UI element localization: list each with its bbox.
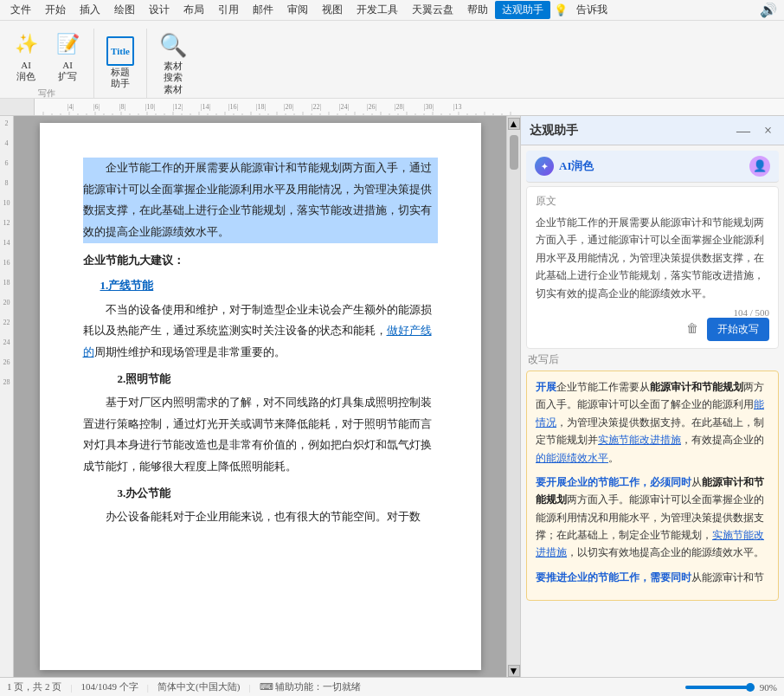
menu-view[interactable]: 视图 [315,1,350,19]
scrollbar-up[interactable]: ▲ [508,118,520,130]
paragraph-1: 不当的设备使用和维护，对于制造型企业未说会产生额外的能源损耗以及热能产生，通过系… [83,300,438,364]
material-search-button[interactable]: 🔍 素材 搜索 素材 [154,28,192,99]
char-count: 104 / 500 [733,307,769,318]
main-heading: 企业节能九大建议： [83,250,438,270]
ribbon-group-search: 🔍 素材 搜索 素材 [154,29,199,98]
menu-draw[interactable]: 绘图 [107,1,142,19]
paragraph-2: 基于对厂区内照明需求的了解，对不同线路的灯具集成照明控制装置进行策略控制，通过灯… [83,392,438,478]
original-text-block: 原文 企业节能工作的开展需要从能源审计和节能规划两方面入手，通过能源审计可以全面… [526,186,779,349]
search-icon: 🔍 [159,31,187,59]
svg-text:|10|: |10| [145,103,155,111]
menu-insert[interactable]: 插入 [73,1,107,19]
rewrite-para-1: 开展企业节能工作需要从能源审计和节能规划两方面入手。能源审计可以全面了解企业的能… [536,378,769,467]
rewrite-content[interactable]: 开展企业节能工作需要从能源审计和节能规划两方面入手。能源审计可以全面了解企业的能… [526,371,779,601]
language: 简体中文(中国大陆) [157,680,240,693]
ribbon: ✨ AI 润色 📝 AI 扩写 写作 Title 标题 助手 🔍 素材 搜索 素… [0,21,784,99]
rewrite-bold-5: 要推进企业的节能工作，需要同时 [536,571,691,583]
rewrite-underline-2: 实施节能改进措施 [598,434,681,446]
user-avatar[interactable]: 👤 [749,156,770,177]
zoom-fill [685,686,748,689]
panel-title: 达观助手 [530,123,578,139]
svg-text:|12|: |12| [173,103,183,111]
rewrite-bold-3: 要开展企业的节能工作，必须同时 [536,476,691,488]
panel-close-button[interactable]: × [761,121,775,140]
svg-text:|18|: |18| [256,103,266,111]
zoom-slider[interactable] [685,686,755,689]
scrollbar-thumb[interactable] [510,135,518,170]
rewrite-para-2: 要开展企业的节能工作，必须同时从能源审计和节能规划两方面入手。能源审计可以全面掌… [536,474,769,562]
doc-scroll-area[interactable]: 企业节能工作的开展需要从能源审计和节能规划两方面入手，通过能源审计可以全面掌握企… [14,116,506,677]
menu-review[interactable]: 审阅 [280,1,315,19]
subheading-2: 2.照明节能 [118,369,438,389]
ai-kuoxie-label: AI 扩写 [58,60,77,82]
rewrite-bold-1: 开展 [536,381,556,393]
side-panel: 达观助手 — × ✦ AI润色 👤 原文 企业节能工作的开展需要从能源审计和节能… [520,116,784,677]
menu-file[interactable]: 文件 [3,1,38,19]
ai-kuoxie-icon: 📝 [54,30,81,58]
original-label: 原文 [536,194,769,209]
ruler-corner [0,99,35,116]
ai-runse-icon: ✨ [12,30,40,58]
svg-text:|28|: |28| [395,103,404,111]
scrollbar-down[interactable]: ▼ [508,665,520,677]
zoom-level: 90% [760,682,777,693]
title-label: 标题 助手 [111,67,130,89]
menu-design[interactable]: 设计 [142,1,177,19]
svg-text:|13: |13 [453,103,462,111]
panel-controls: — × [733,121,775,140]
menu-daguan[interactable]: 达观助手 [495,1,550,19]
start-rewrite-button[interactable]: 开始改写 [707,318,769,341]
ai-runse-button[interactable]: ✨ AI 润色 [7,27,45,86]
vertical-scrollbar[interactable]: ▲ ▼ [506,116,520,677]
ruler-line: |4| |6| |8| |10| |12| |14| |16| |18| |20… [35,99,784,116]
delete-button[interactable]: 🗑 [683,320,702,338]
ai-runse-label: AI 润色 [16,60,35,82]
ai-badge: ✦ AI润色 [535,157,594,176]
ai-icon: ✦ [535,157,554,176]
lightbulb-icon: 💡 [554,3,568,17]
search-label: 素材 搜索 素材 [164,61,183,95]
word-count: 104/1049 个字 [80,680,138,693]
zoom-thumb[interactable] [746,683,755,692]
accessibility: ⌨ 辅助功能：一切就绪 [260,680,362,693]
menu-bar: 文件 开始 插入 绘图 设计 布局 引用 邮件 审阅 视图 开发工具 天翼云盘 … [0,0,784,21]
subheading-1-text: 1.产线节能 [100,279,154,292]
menu-mail[interactable]: 邮件 [246,1,280,19]
ribbon-buttons-ai: ✨ AI 润色 📝 AI 扩写 [7,27,87,86]
vertical-ruler: 2 4 6 8 10 12 14 16 18 20 22 24 26 28 [0,116,14,677]
document-page[interactable]: 企业节能工作的开展需要从能源审计和节能规划两方面入手，通过能源审计可以全面掌握企… [40,123,481,670]
action-buttons: 🗑 开始改写 [536,318,769,341]
zoom-area: 90% [685,682,777,693]
svg-text:|26|: |26| [367,103,376,111]
ai-section-header: ✦ AI润色 👤 [526,151,779,183]
panel-minimize-button[interactable]: — [733,121,754,140]
ai-kuoxie-button[interactable]: 📝 AI 扩写 [48,27,87,86]
svg-text:|16|: |16| [228,103,238,111]
subheading-1: 1.产线节能 [100,275,438,295]
svg-text:|22|: |22| [312,103,321,111]
title-assistant-button[interactable]: Title 标题 助手 [101,34,139,93]
ai-label: AI润色 [559,158,594,174]
rewrite-underline-1: 能情况 [536,398,764,428]
menu-start[interactable]: 开始 [38,1,73,19]
rewrite-para-3: 要推进企业的节能工作，需要同时从能源审计和节 [536,569,769,586]
svg-text:|8|: |8| [119,103,125,111]
svg-text:|30|: |30| [424,103,434,111]
selected-text: 企业节能工作的开展需要从能源审计和节能规划两方面入手，通过能源审计可以全面掌握企… [83,161,432,238]
menu-help[interactable]: 帮助 [460,1,495,19]
horizontal-ruler: |4| |6| |8| |10| |12| |14| |16| |18| |20… [0,99,784,116]
menu-ref[interactable]: 引用 [211,1,246,19]
svg-text:|6|: |6| [93,103,100,111]
menu-devtools[interactable]: 开发工具 [350,1,405,19]
original-text: 企业节能工作的开展需要从能源审计和节能规划两方面入手，通过能源审计可以全面掌握企… [536,214,769,302]
menu-cloud[interactable]: 天翼云盘 [405,1,460,19]
selected-paragraph[interactable]: 企业节能工作的开展需要从能源审计和节能规划两方面入手，通过能源审计可以全面掌握企… [83,158,438,243]
menu-tellme[interactable]: 告诉我 [569,1,614,19]
speech-icon[interactable]: 🔊 [756,2,781,18]
char-count-area: 104 / 500 [536,307,769,318]
svg-text:|24|: |24| [339,103,349,111]
main-area: 2 4 6 8 10 12 14 16 18 20 22 24 26 28 [0,116,784,677]
rewrite-bold-2: 能源审计和节能规划 [650,381,743,393]
menu-layout[interactable]: 布局 [177,1,211,19]
ribbon-group-title: Title 标题 助手 [101,29,147,98]
